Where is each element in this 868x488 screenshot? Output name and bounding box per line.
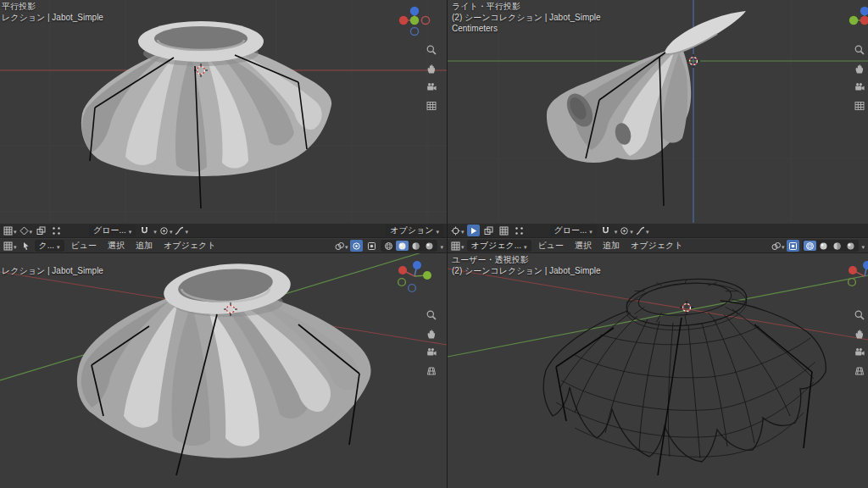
overlays-dropdown[interactable]: ▾ [771, 240, 785, 252]
pivot-point-dropdown[interactable]: ▾ [620, 225, 633, 236]
chevron-down-icon: ▾ [30, 229, 33, 235]
view-menu[interactable]: ビュー [534, 240, 568, 252]
viewport-right-ortho[interactable]: ライト・平行投影 (2) シーンコレクション | Jabot_Simple Ce… [448, 0, 868, 223]
move-view-icon[interactable] [426, 328, 437, 340]
view-menu[interactable]: ビュー [67, 240, 101, 252]
viewport-front-ortho[interactable]: 平行投影 レクション | Jabot_Simple [0, 0, 447, 223]
gizmos-toggle[interactable] [350, 240, 363, 252]
active-tool-dropdown[interactable]: ▾ [451, 225, 465, 236]
shading-rendered-button[interactable] [844, 241, 857, 251]
shading-options-caret[interactable]: ▾ [440, 244, 443, 250]
editor-type-button[interactable]: ▾ [451, 240, 465, 252]
axis-z-ball[interactable] [860, 7, 868, 15]
units-label: Centimeters [452, 23, 601, 34]
object-mode-dropdown[interactable]: ▾ [19, 225, 33, 236]
select-menu[interactable]: 選択 [103, 240, 129, 252]
mode-dropdown[interactable]: ク... ▾ [35, 240, 64, 252]
select-tool-button[interactable] [19, 240, 32, 252]
zoom-icon[interactable] [426, 44, 437, 56]
mode-dropdown[interactable]: オブジェク... ▾ [467, 240, 531, 252]
camera-view-icon[interactable] [426, 347, 437, 358]
add-menu[interactable]: 追加 [131, 240, 157, 252]
scene-wireframe[interactable] [448, 253, 868, 488]
axis-x-ball[interactable] [398, 266, 407, 274]
move-view-icon[interactable] [854, 328, 865, 340]
axis-z-ball[interactable] [410, 7, 419, 15]
axis-z-ball[interactable] [863, 261, 868, 269]
object-menu[interactable]: オブジェクト [626, 240, 687, 252]
pivot-point-dropdown[interactable]: ▾ [159, 225, 173, 236]
editor-type-button[interactable]: ▾ [3, 240, 17, 252]
axis-y-ball[interactable] [423, 271, 431, 280]
snap-magnet-toggle[interactable] [599, 225, 612, 236]
axis-y-ball[interactable] [849, 16, 858, 25]
axis-y-ball[interactable] [410, 16, 419, 25]
jabot-model[interactable] [547, 11, 746, 206]
tweak-tool-button[interactable] [467, 225, 480, 236]
ortho-toggle-icon[interactable] [426, 100, 437, 112]
shading-solid-button[interactable] [396, 241, 409, 251]
zoom-icon[interactable] [426, 309, 437, 321]
viewport-overlay-text: ユーザー・透視投影 (2) シーンコレクション | Jabot_Simple [452, 254, 601, 276]
camera-view-icon[interactable] [854, 81, 865, 93]
grid-icon-button[interactable] [498, 225, 510, 236]
axis-z-ball[interactable] [413, 261, 421, 269]
chevron-down-icon: ▾ [782, 244, 785, 250]
overlap-select-icon-button[interactable] [35, 225, 47, 236]
editor-type-button[interactable]: ▾ [3, 225, 17, 236]
navigation-gizmo[interactable] [846, 3, 868, 37]
proportional-edit-dropdown[interactable]: ▾ [175, 225, 188, 236]
axis-x-ball[interactable] [399, 16, 408, 25]
snap-points-icon-button[interactable] [513, 225, 526, 236]
transform-orientation-dropdown[interactable]: グロー... ▾ [550, 225, 597, 236]
snap-magnet-toggle[interactable] [138, 225, 151, 236]
proportional-edit-dropdown[interactable]: ▾ [636, 225, 649, 236]
axis-x-ball[interactable] [860, 16, 868, 25]
axis-y-neg-ball[interactable] [398, 279, 406, 286]
navigation-gizmo[interactable] [846, 258, 868, 294]
axis-x-ball[interactable] [849, 266, 857, 274]
viewport-user-perspective[interactable]: レクション | Jabot_Simple [0, 253, 447, 488]
scene-user-perspective[interactable] [0, 253, 447, 488]
axis-z-neg-ball[interactable] [409, 285, 416, 292]
shading-material-button[interactable] [831, 241, 843, 251]
zoom-icon[interactable] [854, 309, 865, 321]
camera-view-icon[interactable] [426, 81, 437, 93]
jabot-model[interactable] [81, 21, 331, 208]
shading-wireframe-button[interactable] [804, 241, 816, 251]
perspective-toggle-icon[interactable] [854, 365, 865, 377]
zoom-icon[interactable] [854, 44, 865, 56]
shading-mode-group [802, 240, 859, 252]
snap-points-icon-button[interactable] [50, 225, 63, 236]
scene-front-ortho[interactable] [0, 0, 447, 223]
move-view-icon[interactable] [426, 63, 437, 75]
viewport-user-perspective-wire[interactable]: ユーザー・透視投影 (2) シーンコレクション | Jabot_Simple [448, 253, 868, 488]
shading-options-caret[interactable]: ▾ [861, 244, 865, 250]
object-menu[interactable]: オブジェクト [159, 240, 220, 252]
navigation-gizmo[interactable] [396, 3, 433, 37]
xray-toggle[interactable] [787, 240, 799, 252]
viewport-divider[interactable] [447, 0, 448, 488]
ortho-toggle-icon[interactable] [854, 100, 865, 112]
xray-toggle[interactable] [365, 240, 378, 252]
perspective-toggle-icon[interactable] [426, 365, 437, 377]
transform-orientation-dropdown[interactable]: グロー... ▾ [89, 225, 136, 236]
snap-options-caret[interactable]: ▾ [153, 229, 157, 235]
options-dropdown[interactable]: オプション ▾ [386, 225, 443, 236]
3d-cursor[interactable] [680, 301, 693, 314]
navigation-gizmo[interactable] [396, 258, 433, 294]
shading-rendered-button[interactable] [423, 241, 436, 251]
select-menu[interactable]: 選択 [570, 240, 596, 252]
add-menu[interactable]: 追加 [598, 240, 624, 252]
overlays-dropdown[interactable]: ▾ [335, 240, 348, 252]
axis-y-neg-ball[interactable] [849, 279, 856, 286]
axis-x-neg-ball[interactable] [421, 16, 429, 24]
overlap-select-icon-button[interactable] [482, 225, 495, 236]
move-view-icon[interactable] [854, 63, 865, 75]
shading-wireframe-button[interactable] [382, 241, 395, 251]
shading-solid-button[interactable] [817, 241, 830, 251]
snap-options-caret[interactable]: ▾ [615, 229, 618, 235]
axis-z-neg-ball[interactable] [410, 27, 418, 35]
shading-material-button[interactable] [409, 241, 422, 251]
camera-view-icon[interactable] [854, 347, 865, 358]
